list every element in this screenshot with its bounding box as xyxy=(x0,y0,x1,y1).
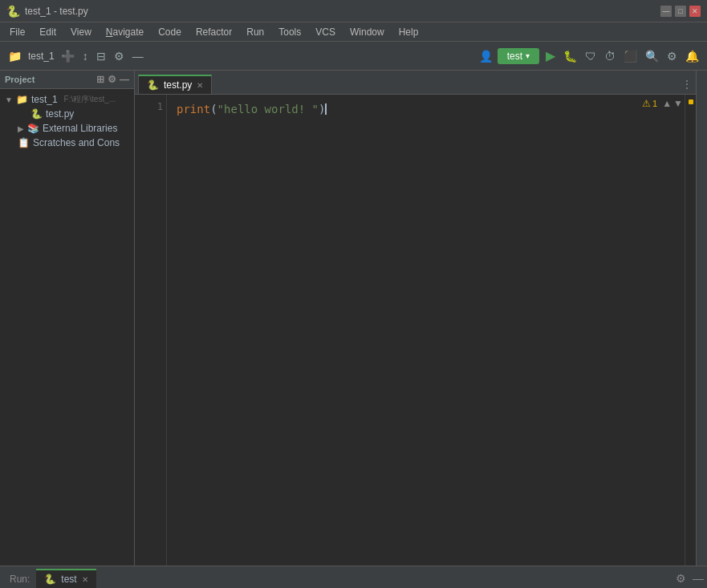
menu-tools[interactable]: Tools xyxy=(272,25,307,39)
coverage-icon[interactable]: 🛡 xyxy=(583,48,598,64)
keyword-print: print xyxy=(177,103,210,116)
warning-scrollbar xyxy=(685,95,696,566)
tree-item-root[interactable]: ▼ 📁 test_1 F:\程序\test_... xyxy=(0,92,134,107)
menu-bar: File Edit View Navigate Code Refactor Ru… xyxy=(0,22,707,42)
menu-refactor[interactable]: Refactor xyxy=(189,25,238,39)
menu-vcs[interactable]: VCS xyxy=(309,25,342,39)
file-item-label: test.py xyxy=(46,108,74,120)
right-icons-panel xyxy=(696,71,707,566)
bottom-tab-close[interactable]: ✕ xyxy=(82,575,88,584)
run-config-label: test xyxy=(507,51,522,62)
project-panel-title: Project xyxy=(5,75,35,84)
bottom-tabs: Run: 🐍 test ✕ ⚙ — xyxy=(0,566,707,588)
scroll-down-icon[interactable]: ▼ xyxy=(673,98,683,109)
warning-marker xyxy=(689,99,693,104)
menu-code[interactable]: Code xyxy=(152,25,188,39)
toolbar: 📁 test_1 ➕ ↕ ⊟ ⚙ — 👤 test ▾ ▶ 🐛 🛡 ⏱ ⬛ 🔍 … xyxy=(0,42,707,71)
bottom-tab-test[interactable]: 🐍 test ✕ xyxy=(36,569,95,588)
sync-icon[interactable]: ↕ xyxy=(81,48,90,64)
menu-help[interactable]: Help xyxy=(392,25,425,39)
user-icon: 👤 xyxy=(479,50,493,63)
bottom-settings-icon[interactable]: ⚙ xyxy=(676,572,686,585)
root-path: F:\程序\test_... xyxy=(64,94,116,105)
warning-count: 1 xyxy=(652,99,657,108)
bottom-hide-icon[interactable]: — xyxy=(693,572,704,585)
project-label: test_1 xyxy=(28,51,55,62)
panel-icons: ⊞ ⚙ — xyxy=(96,74,129,85)
root-folder-icon: 📁 xyxy=(16,94,28,105)
lib-item-label: External Libraries xyxy=(43,123,117,134)
editor-tabs: 🐍 test.py ✕ ⋮ xyxy=(135,71,696,95)
editor-content[interactable]: 1 print("hello world! ") ⚠ 1 ▲ ▼ xyxy=(135,95,696,566)
debug-icon[interactable]: 🐛 xyxy=(562,48,579,64)
editor-tab-right: ⋮ xyxy=(681,78,693,94)
tree-item-scratches[interactable]: 📋 Scratches and Cons xyxy=(0,136,134,150)
editor-tab-testpy[interactable]: 🐍 test.py ✕ xyxy=(138,75,212,94)
tree-item-ext-libs[interactable]: ▶ 📚 External Libraries xyxy=(0,121,134,136)
code-area[interactable]: print("hello world! ") xyxy=(167,95,696,566)
hide-icon[interactable]: — xyxy=(131,48,145,64)
lib-icon: 📚 xyxy=(27,123,39,134)
title-text: test_1 - test.py xyxy=(25,6,88,17)
profile-icon[interactable]: ⏱ xyxy=(603,48,617,64)
run-play-icon[interactable]: ▶ xyxy=(544,47,557,65)
text-cursor xyxy=(325,103,327,115)
panel-hide-icon[interactable]: — xyxy=(120,74,129,85)
warning-indicator: ⚠ 1 ▲ ▼ xyxy=(642,98,683,109)
py-file-icon: 🐍 xyxy=(30,108,43,120)
add-icon[interactable]: ➕ xyxy=(59,48,76,64)
paren-close: ) xyxy=(319,103,325,116)
paren-open: ( xyxy=(210,103,217,116)
minimize-button[interactable]: — xyxy=(660,6,672,17)
menu-navigate[interactable]: Navigate xyxy=(100,25,150,39)
main-area: Project ⊞ ⚙ — ▼ 📁 test_1 F:\程序\test_... … xyxy=(0,71,707,566)
tree-item-testpy[interactable]: 🐍 test.py xyxy=(0,107,134,121)
tab-label: test.py xyxy=(164,79,192,91)
string-value: "hello world! " xyxy=(217,103,319,116)
window-controls: — □ ✕ xyxy=(660,6,701,17)
run-arrow: ▾ xyxy=(526,51,530,60)
project-panel-header: Project ⊞ ⚙ — xyxy=(0,71,134,89)
panel-settings-icon[interactable]: ⚙ xyxy=(108,74,116,85)
panel-expand-icon[interactable]: ⊞ xyxy=(96,74,104,85)
warning-icon: ⚠ xyxy=(642,98,651,109)
tab-py-icon: 🐍 xyxy=(147,79,159,91)
root-arrow: ▼ xyxy=(5,95,13,104)
root-item-label: test_1 xyxy=(31,94,58,105)
tab-settings-icon[interactable]: ⋮ xyxy=(681,78,693,91)
bottom-tab-label: test xyxy=(61,574,76,585)
menu-window[interactable]: Window xyxy=(343,25,391,39)
bottom-tab-right: ⚙ — xyxy=(676,572,704,588)
line-numbers: 1 xyxy=(135,95,167,566)
line-number-1: 1 xyxy=(138,101,163,112)
close-button[interactable]: ✕ xyxy=(689,6,701,17)
title-left: 🐍 test_1 - test.py xyxy=(6,5,88,18)
menu-view[interactable]: View xyxy=(64,25,98,39)
collapse-icon[interactable]: ⊟ xyxy=(95,48,108,64)
notif-icon[interactable]: 🔔 xyxy=(684,48,701,64)
run-button[interactable]: test ▾ xyxy=(498,48,539,64)
search-toolbar-icon[interactable]: 🔍 xyxy=(644,48,660,64)
maximize-button[interactable]: □ xyxy=(675,6,686,17)
tab-close-icon[interactable]: ✕ xyxy=(197,81,203,90)
settings-icon[interactable]: ⚙ xyxy=(112,48,126,64)
editor-area: 🐍 test.py ✕ ⋮ 1 print("hello world! ") xyxy=(135,71,696,566)
project-panel: Project ⊞ ⚙ — ▼ 📁 test_1 F:\程序\test_... … xyxy=(0,71,135,566)
project-tree: ▼ 📁 test_1 F:\程序\test_... 🐍 test.py ▶ 📚 … xyxy=(0,89,134,566)
menu-file[interactable]: File xyxy=(3,25,31,39)
run-label-left: Run: xyxy=(3,570,36,588)
project-icon: 📁 xyxy=(6,48,23,64)
gear-toolbar-icon[interactable]: ⚙ xyxy=(665,48,679,64)
menu-run[interactable]: Run xyxy=(240,25,270,39)
toolbar-right: 👤 test ▾ ▶ 🐛 🛡 ⏱ ⬛ 🔍 ⚙ 🔔 xyxy=(479,47,701,65)
bottom-panel: Run: 🐍 test ✕ ⚙ — ▶ ▲ ▼ 🔧 ≡ ↩ 🖨 📌 🗑 xyxy=(0,566,707,588)
scratch-icon: 📋 xyxy=(18,137,30,148)
stop-icon[interactable]: ⬛ xyxy=(622,48,639,64)
toolbar-left: 📁 test_1 ➕ ↕ ⊟ ⚙ — xyxy=(6,48,145,64)
lib-arrow: ▶ xyxy=(18,124,24,133)
code-line-1: print("hello world! ") xyxy=(177,101,686,117)
scroll-up-icon[interactable]: ▲ xyxy=(662,98,672,109)
menu-edit[interactable]: Edit xyxy=(33,25,63,39)
app-icon: 🐍 xyxy=(6,5,20,18)
scratch-item-label: Scratches and Cons xyxy=(33,137,120,148)
